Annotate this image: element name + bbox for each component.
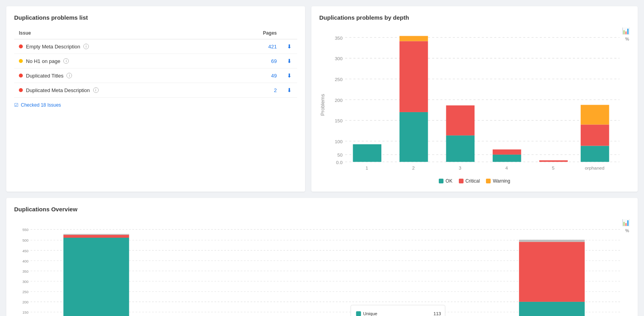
pages-cell[interactable]: 421 bbox=[226, 39, 282, 54]
svg-text:550: 550 bbox=[22, 227, 29, 232]
bar3-dup-nonindex bbox=[519, 240, 585, 242]
svg-text:5: 5 bbox=[552, 165, 555, 171]
issue-label: Duplicated Meta Description bbox=[26, 87, 90, 93]
info-icon[interactable]: i bbox=[93, 87, 99, 93]
overview-chart-container: 📊 % 550 500 450 400 350 300 250 bbox=[14, 219, 630, 316]
overview-chart-svg: 550 500 450 400 350 300 250 200 150 100 bbox=[14, 219, 630, 316]
tooltip-unique-value: 113 bbox=[434, 311, 441, 316]
svg-text:350: 350 bbox=[335, 35, 343, 41]
bar-2-critical bbox=[399, 41, 428, 112]
svg-text:4: 4 bbox=[505, 165, 508, 171]
bar-orphaned-critical bbox=[581, 125, 609, 146]
problems-chart-card: Duplications problems by depth 📊 % Probl… bbox=[311, 6, 638, 192]
depth-chart-icon-btn[interactable]: 📊 bbox=[622, 27, 630, 35]
pages-cell[interactable]: 2 bbox=[226, 83, 282, 98]
overview-card: Duplications Overview 📊 % 550 500 450 40… bbox=[6, 198, 638, 316]
pages-cell[interactable]: 69 bbox=[226, 54, 282, 68]
bar-4-critical bbox=[493, 150, 521, 155]
checked-issues[interactable]: ☑ Checked 18 Issues bbox=[14, 102, 297, 108]
table-row: Duplicated Meta Description i 2 ⬇ bbox=[14, 83, 297, 98]
tooltip-unique-dot bbox=[356, 311, 361, 316]
bar3-unique bbox=[519, 302, 585, 316]
bar3-dup-index bbox=[519, 242, 585, 301]
legend-warning-label: Warning bbox=[493, 178, 510, 184]
info-icon[interactable]: i bbox=[63, 58, 69, 64]
svg-text:450: 450 bbox=[22, 248, 29, 253]
download-icon[interactable]: ⬇ bbox=[287, 43, 292, 50]
issue-dot bbox=[19, 59, 23, 63]
bar1-dup-nonindex bbox=[63, 234, 129, 235]
download-icon[interactable]: ⬇ bbox=[287, 72, 292, 79]
pages-col-header: Pages bbox=[226, 27, 282, 39]
issue-label: Empty Meta Description bbox=[26, 44, 80, 50]
legend-ok-dot bbox=[439, 179, 443, 183]
issue-label: Duplicated Titles bbox=[26, 73, 63, 79]
issue-dot bbox=[19, 74, 23, 78]
bar1-dup-index bbox=[63, 235, 129, 237]
problems-list-card: Duplications problems list Issue Pages E… bbox=[6, 6, 305, 192]
issues-table: Issue Pages Empty Meta Description i 421… bbox=[14, 27, 297, 98]
svg-text:200: 200 bbox=[335, 98, 343, 103]
svg-text:500: 500 bbox=[22, 238, 29, 242]
tooltip-unique-label: Unique bbox=[363, 311, 377, 316]
legend-critical: Critical bbox=[459, 178, 480, 184]
bar-2-warning bbox=[399, 36, 428, 41]
download-cell[interactable]: ⬇ bbox=[282, 83, 297, 98]
overview-title: Duplications Overview bbox=[14, 206, 630, 213]
table-row: No H1 on page i 69 ⬇ bbox=[14, 54, 297, 68]
table-row: Duplicated Titles i 49 ⬇ bbox=[14, 68, 297, 83]
svg-text:350: 350 bbox=[22, 269, 29, 273]
download-col-header bbox=[282, 27, 297, 39]
svg-text:3: 3 bbox=[459, 165, 462, 171]
svg-text:400: 400 bbox=[22, 259, 29, 263]
download-cell[interactable]: ⬇ bbox=[282, 54, 297, 68]
svg-text:2: 2 bbox=[412, 165, 415, 171]
svg-text:150: 150 bbox=[335, 118, 343, 124]
legend-critical-dot bbox=[459, 179, 464, 183]
bar-orphaned-warning bbox=[581, 105, 609, 124]
svg-text:orphaned: orphaned bbox=[585, 165, 604, 171]
depth-chart-legend: OK Critical Warning bbox=[319, 178, 630, 184]
bar-orphaned-ok bbox=[581, 146, 609, 162]
svg-text:0.0: 0.0 bbox=[336, 160, 343, 165]
depth-chart-container: 📊 % Problems 350 300 250 200 150 bbox=[319, 27, 630, 184]
overview-chart-percent-btn[interactable]: % bbox=[625, 228, 629, 233]
issue-cell: Duplicated Meta Description i bbox=[14, 83, 226, 98]
svg-text:250: 250 bbox=[335, 77, 343, 82]
depth-chart-percent-btn[interactable]: % bbox=[625, 37, 629, 41]
download-cell[interactable]: ⬇ bbox=[282, 39, 297, 54]
depth-chart-svg: Problems 350 300 250 200 150 100 50 bbox=[319, 27, 630, 172]
svg-text:Problems: Problems bbox=[320, 94, 326, 116]
svg-text:1: 1 bbox=[366, 165, 368, 171]
svg-text:50: 50 bbox=[337, 152, 343, 158]
checked-issues-label: Checked 18 Issues bbox=[21, 102, 61, 108]
bar-4-ok bbox=[493, 155, 521, 162]
info-icon[interactable]: i bbox=[83, 44, 89, 49]
download-icon[interactable]: ⬇ bbox=[287, 58, 292, 64]
legend-warning-dot bbox=[486, 179, 491, 183]
issue-dot bbox=[19, 44, 23, 48]
problems-list-title: Duplications problems list bbox=[14, 14, 297, 21]
overview-chart-icon-btn[interactable]: 📊 bbox=[622, 219, 630, 226]
problems-chart-title: Duplications problems by depth bbox=[319, 14, 630, 21]
bar1-unique bbox=[63, 238, 129, 316]
bar-2-ok bbox=[399, 112, 428, 162]
svg-text:250: 250 bbox=[22, 290, 29, 294]
bar-1-ok bbox=[353, 144, 381, 162]
legend-ok-label: OK bbox=[445, 178, 452, 184]
svg-text:300: 300 bbox=[335, 56, 343, 61]
checkbox-icon: ☑ bbox=[14, 102, 18, 108]
bar-5-critical bbox=[539, 160, 568, 162]
legend-warning: Warning bbox=[486, 178, 510, 184]
download-icon[interactable]: ⬇ bbox=[287, 87, 292, 93]
legend-critical-label: Critical bbox=[466, 178, 480, 184]
issue-label: No H1 on page bbox=[26, 58, 60, 64]
pages-cell[interactable]: 49 bbox=[226, 68, 282, 83]
issue-dot bbox=[19, 88, 23, 92]
svg-text:200: 200 bbox=[22, 300, 29, 304]
download-cell[interactable]: ⬇ bbox=[282, 68, 297, 83]
bar-3-ok bbox=[446, 135, 475, 162]
table-row: Empty Meta Description i 421 ⬇ bbox=[14, 39, 297, 54]
legend-ok: OK bbox=[439, 178, 452, 184]
info-icon[interactable]: i bbox=[66, 73, 72, 78]
